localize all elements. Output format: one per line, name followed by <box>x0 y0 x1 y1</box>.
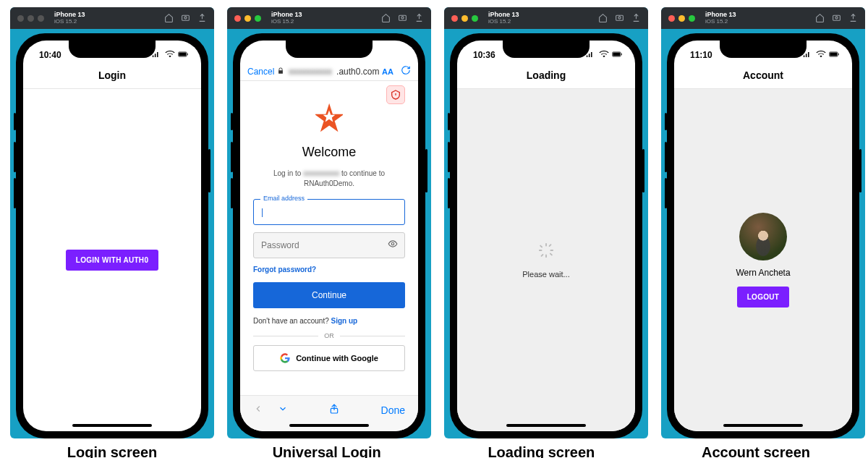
panel-universal-login: iPhone 13 iOS 15.2 Cancel <box>227 7 431 438</box>
svg-point-1 <box>184 16 187 18</box>
home-icon[interactable] <box>164 13 174 24</box>
share-icon[interactable] <box>848 13 858 24</box>
panels-row: iPhone 13 iOS 15.2 10:40 <box>0 0 868 438</box>
password-field[interactable]: Password <box>253 232 405 258</box>
done-button[interactable]: Done <box>381 404 405 416</box>
home-icon[interactable] <box>815 13 825 24</box>
svg-rect-17 <box>539 250 542 251</box>
screenshot-icon[interactable] <box>832 13 841 24</box>
home-indicator <box>723 424 803 427</box>
home-indicator <box>72 424 152 427</box>
svg-rect-20 <box>550 253 553 256</box>
screenshot-icon[interactable] <box>615 13 624 24</box>
svg-point-8 <box>391 242 394 245</box>
svg-rect-5 <box>399 15 407 20</box>
clock: 10:40 <box>39 50 61 60</box>
clock: 10:36 <box>473 50 495 60</box>
share-up-icon[interactable] <box>328 403 340 417</box>
battery-icon <box>829 50 839 60</box>
svg-rect-3 <box>179 52 186 56</box>
caption-login: Login screen <box>10 444 214 458</box>
screenshot-icon[interactable] <box>181 13 190 24</box>
simulator-toolbar: iPhone 13 iOS 15.2 <box>227 7 431 29</box>
simulator-actions <box>164 13 207 24</box>
screenshot-icon[interactable] <box>398 13 407 24</box>
down-icon[interactable] <box>278 404 288 416</box>
simulator-toolbar: iPhone 13 iOS 15.2 <box>10 7 214 29</box>
reader-aa[interactable]: AA <box>382 67 393 76</box>
svg-rect-0 <box>182 15 190 20</box>
battery-icon <box>178 50 188 60</box>
svg-point-24 <box>835 16 838 18</box>
panel-account: iPhone 13 iOS 15.2 11:10 <box>661 7 865 438</box>
email-label: Email address <box>260 195 307 202</box>
svg-rect-18 <box>550 250 554 251</box>
logout-button[interactable]: LOGOUT <box>737 287 790 308</box>
user-name: Wern Ancheta <box>736 268 790 278</box>
lock-icon <box>277 67 284 77</box>
login-with-auth0-button[interactable]: LOGIN WITH AUTH0 <box>66 250 159 271</box>
email-field[interactable]: | <box>253 199 405 225</box>
simulator-title: iPhone 13 iOS 15.2 <box>488 12 519 25</box>
svg-rect-26 <box>830 52 837 56</box>
simulator-actions <box>598 13 641 24</box>
home-indicator <box>289 424 369 427</box>
caption-account: Account screen <box>654 444 858 458</box>
svg-rect-22 <box>540 253 544 257</box>
page-title: Login <box>23 65 201 89</box>
avatar <box>739 213 787 260</box>
continue-button[interactable]: Continue <box>253 282 405 308</box>
or-divider: OR <box>253 332 405 339</box>
svg-point-6 <box>401 16 404 18</box>
welcome-heading: Welcome <box>302 145 357 160</box>
svg-rect-19 <box>540 245 543 248</box>
share-icon[interactable] <box>414 13 424 24</box>
please-wait-text: Please wait... <box>522 270 569 279</box>
traffic-lights <box>17 15 44 22</box>
simulator-actions <box>815 13 858 24</box>
page-title: Loading <box>457 65 635 89</box>
svg-rect-27 <box>838 54 839 56</box>
spinner-icon <box>538 242 554 261</box>
phone-frame: Cancel xxxxxxxxxx.auth0.com AA <box>233 33 425 438</box>
battery-icon <box>612 50 622 60</box>
panel-login: iPhone 13 iOS 15.2 10:40 <box>10 7 214 438</box>
forgot-password-link[interactable]: Forgot password? <box>253 266 405 273</box>
simulator-toolbar: iPhone 13 iOS 15.2 <box>444 7 648 29</box>
warning-badge <box>386 85 405 104</box>
svg-rect-16 <box>545 254 547 258</box>
captions-row: Login screen Universal Login Loading scr… <box>0 438 868 458</box>
auth0-logo-icon <box>315 103 343 135</box>
svg-rect-23 <box>833 15 841 20</box>
traffic-lights <box>451 15 478 22</box>
phone-frame: 11:10 Account Wern Ancheta LOGOUT <box>667 33 859 438</box>
login-subtext: Log in to xxxxxxxxxx to continue to RNAu… <box>253 169 405 189</box>
svg-rect-13 <box>613 52 620 56</box>
simulator-toolbar: iPhone 13 iOS 15.2 <box>661 7 865 29</box>
wifi-icon <box>816 50 826 60</box>
share-icon[interactable] <box>631 13 641 24</box>
home-icon[interactable] <box>381 13 391 24</box>
share-icon[interactable] <box>197 13 207 24</box>
domain-prefix-obscured: xxxxxxxxxx <box>289 67 332 77</box>
google-icon <box>280 353 290 363</box>
svg-rect-4 <box>187 54 188 56</box>
eye-icon[interactable] <box>388 239 398 252</box>
caption-universal: Universal Login <box>225 444 429 458</box>
svg-rect-21 <box>548 243 552 247</box>
traffic-lights <box>668 15 695 22</box>
auth0-login-form: Welcome Log in to xxxxxxxxxx to continue… <box>240 81 418 371</box>
phone-frame: 10:40 Login LOGIN WITH AUTH0 <box>16 33 208 438</box>
reload-icon[interactable] <box>401 65 411 77</box>
page-title: Account <box>674 65 852 89</box>
clock: 11:10 <box>690 50 712 60</box>
signup-row: Don't have an account? Sign up <box>253 317 405 325</box>
continue-with-google-button[interactable]: Continue with Google <box>253 345 405 371</box>
safari-address-bar: Cancel xxxxxxxxxx.auth0.com AA <box>240 62 418 81</box>
home-icon[interactable] <box>598 13 608 24</box>
back-icon[interactable] <box>253 404 263 416</box>
cancel-button[interactable]: Cancel <box>247 67 274 77</box>
signup-link[interactable]: Sign up <box>331 317 358 325</box>
svg-rect-14 <box>621 54 622 56</box>
simulator-title: iPhone 13 iOS 15.2 <box>271 12 302 25</box>
